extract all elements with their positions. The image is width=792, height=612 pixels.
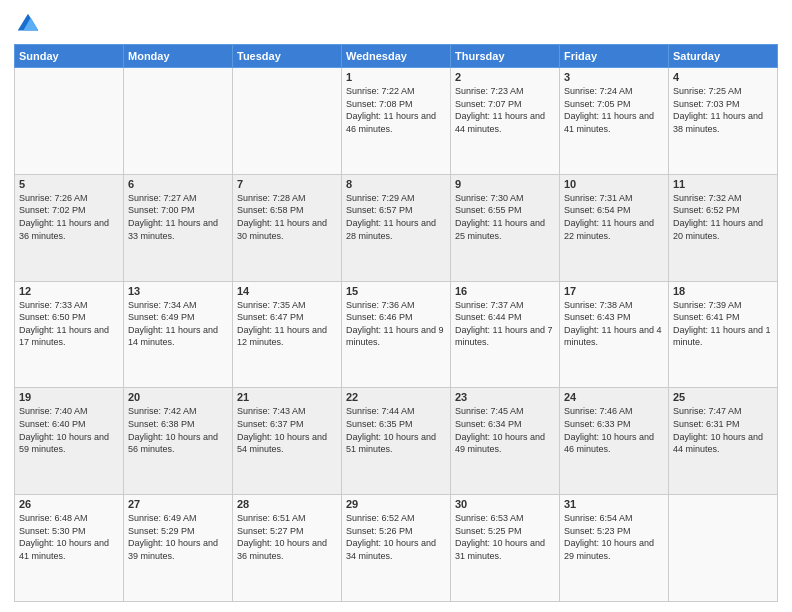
day-content: Sunrise: 7:33 AM Sunset: 6:50 PM Dayligh…	[19, 299, 119, 349]
day-cell: 17Sunrise: 7:38 AM Sunset: 6:43 PM Dayli…	[560, 281, 669, 388]
day-content: Sunrise: 6:49 AM Sunset: 5:29 PM Dayligh…	[128, 512, 228, 562]
day-cell: 4Sunrise: 7:25 AM Sunset: 7:03 PM Daylig…	[669, 68, 778, 175]
day-content: Sunrise: 7:22 AM Sunset: 7:08 PM Dayligh…	[346, 85, 446, 135]
day-number: 27	[128, 498, 228, 510]
day-content: Sunrise: 7:46 AM Sunset: 6:33 PM Dayligh…	[564, 405, 664, 455]
day-cell: 11Sunrise: 7:32 AM Sunset: 6:52 PM Dayli…	[669, 174, 778, 281]
day-content: Sunrise: 7:25 AM Sunset: 7:03 PM Dayligh…	[673, 85, 773, 135]
day-content: Sunrise: 7:34 AM Sunset: 6:49 PM Dayligh…	[128, 299, 228, 349]
day-content: Sunrise: 7:32 AM Sunset: 6:52 PM Dayligh…	[673, 192, 773, 242]
day-number: 16	[455, 285, 555, 297]
day-cell: 24Sunrise: 7:46 AM Sunset: 6:33 PM Dayli…	[560, 388, 669, 495]
day-content: Sunrise: 7:35 AM Sunset: 6:47 PM Dayligh…	[237, 299, 337, 349]
day-content: Sunrise: 7:42 AM Sunset: 6:38 PM Dayligh…	[128, 405, 228, 455]
day-number: 13	[128, 285, 228, 297]
day-content: Sunrise: 7:39 AM Sunset: 6:41 PM Dayligh…	[673, 299, 773, 349]
day-number: 22	[346, 391, 446, 403]
day-number: 7	[237, 178, 337, 190]
day-cell: 14Sunrise: 7:35 AM Sunset: 6:47 PM Dayli…	[233, 281, 342, 388]
day-number: 8	[346, 178, 446, 190]
day-cell: 12Sunrise: 7:33 AM Sunset: 6:50 PM Dayli…	[15, 281, 124, 388]
day-cell: 30Sunrise: 6:53 AM Sunset: 5:25 PM Dayli…	[451, 495, 560, 602]
day-number: 28	[237, 498, 337, 510]
week-row-2: 5Sunrise: 7:26 AM Sunset: 7:02 PM Daylig…	[15, 174, 778, 281]
day-number: 17	[564, 285, 664, 297]
day-cell: 9Sunrise: 7:30 AM Sunset: 6:55 PM Daylig…	[451, 174, 560, 281]
week-row-5: 26Sunrise: 6:48 AM Sunset: 5:30 PM Dayli…	[15, 495, 778, 602]
page: SundayMondayTuesdayWednesdayThursdayFrid…	[0, 0, 792, 612]
day-cell	[669, 495, 778, 602]
day-cell: 8Sunrise: 7:29 AM Sunset: 6:57 PM Daylig…	[342, 174, 451, 281]
col-header-saturday: Saturday	[669, 45, 778, 68]
day-content: Sunrise: 6:54 AM Sunset: 5:23 PM Dayligh…	[564, 512, 664, 562]
day-cell: 3Sunrise: 7:24 AM Sunset: 7:05 PM Daylig…	[560, 68, 669, 175]
day-cell: 28Sunrise: 6:51 AM Sunset: 5:27 PM Dayli…	[233, 495, 342, 602]
day-content: Sunrise: 7:37 AM Sunset: 6:44 PM Dayligh…	[455, 299, 555, 349]
day-content: Sunrise: 7:24 AM Sunset: 7:05 PM Dayligh…	[564, 85, 664, 135]
day-number: 14	[237, 285, 337, 297]
day-cell: 21Sunrise: 7:43 AM Sunset: 6:37 PM Dayli…	[233, 388, 342, 495]
day-cell: 7Sunrise: 7:28 AM Sunset: 6:58 PM Daylig…	[233, 174, 342, 281]
day-cell	[233, 68, 342, 175]
day-cell: 27Sunrise: 6:49 AM Sunset: 5:29 PM Dayli…	[124, 495, 233, 602]
day-cell: 13Sunrise: 7:34 AM Sunset: 6:49 PM Dayli…	[124, 281, 233, 388]
day-content: Sunrise: 7:31 AM Sunset: 6:54 PM Dayligh…	[564, 192, 664, 242]
day-content: Sunrise: 7:23 AM Sunset: 7:07 PM Dayligh…	[455, 85, 555, 135]
day-number: 24	[564, 391, 664, 403]
day-number: 4	[673, 71, 773, 83]
day-number: 15	[346, 285, 446, 297]
day-number: 23	[455, 391, 555, 403]
day-cell	[15, 68, 124, 175]
day-content: Sunrise: 7:43 AM Sunset: 6:37 PM Dayligh…	[237, 405, 337, 455]
day-cell	[124, 68, 233, 175]
day-cell: 10Sunrise: 7:31 AM Sunset: 6:54 PM Dayli…	[560, 174, 669, 281]
day-number: 31	[564, 498, 664, 510]
day-number: 25	[673, 391, 773, 403]
week-row-4: 19Sunrise: 7:40 AM Sunset: 6:40 PM Dayli…	[15, 388, 778, 495]
day-cell: 31Sunrise: 6:54 AM Sunset: 5:23 PM Dayli…	[560, 495, 669, 602]
day-content: Sunrise: 6:48 AM Sunset: 5:30 PM Dayligh…	[19, 512, 119, 562]
week-row-3: 12Sunrise: 7:33 AM Sunset: 6:50 PM Dayli…	[15, 281, 778, 388]
day-content: Sunrise: 7:30 AM Sunset: 6:55 PM Dayligh…	[455, 192, 555, 242]
week-row-1: 1Sunrise: 7:22 AM Sunset: 7:08 PM Daylig…	[15, 68, 778, 175]
day-cell: 26Sunrise: 6:48 AM Sunset: 5:30 PM Dayli…	[15, 495, 124, 602]
day-cell: 23Sunrise: 7:45 AM Sunset: 6:34 PM Dayli…	[451, 388, 560, 495]
day-number: 2	[455, 71, 555, 83]
day-cell: 6Sunrise: 7:27 AM Sunset: 7:00 PM Daylig…	[124, 174, 233, 281]
day-content: Sunrise: 7:36 AM Sunset: 6:46 PM Dayligh…	[346, 299, 446, 349]
day-content: Sunrise: 7:40 AM Sunset: 6:40 PM Dayligh…	[19, 405, 119, 455]
day-cell: 15Sunrise: 7:36 AM Sunset: 6:46 PM Dayli…	[342, 281, 451, 388]
day-cell: 25Sunrise: 7:47 AM Sunset: 6:31 PM Dayli…	[669, 388, 778, 495]
day-content: Sunrise: 7:29 AM Sunset: 6:57 PM Dayligh…	[346, 192, 446, 242]
col-header-thursday: Thursday	[451, 45, 560, 68]
col-header-sunday: Sunday	[15, 45, 124, 68]
day-content: Sunrise: 7:28 AM Sunset: 6:58 PM Dayligh…	[237, 192, 337, 242]
col-header-wednesday: Wednesday	[342, 45, 451, 68]
day-content: Sunrise: 6:51 AM Sunset: 5:27 PM Dayligh…	[237, 512, 337, 562]
day-number: 1	[346, 71, 446, 83]
day-number: 26	[19, 498, 119, 510]
day-number: 18	[673, 285, 773, 297]
col-header-friday: Friday	[560, 45, 669, 68]
day-content: Sunrise: 7:44 AM Sunset: 6:35 PM Dayligh…	[346, 405, 446, 455]
day-cell: 16Sunrise: 7:37 AM Sunset: 6:44 PM Dayli…	[451, 281, 560, 388]
day-cell: 29Sunrise: 6:52 AM Sunset: 5:26 PM Dayli…	[342, 495, 451, 602]
header	[14, 10, 778, 38]
day-cell: 19Sunrise: 7:40 AM Sunset: 6:40 PM Dayli…	[15, 388, 124, 495]
day-cell: 2Sunrise: 7:23 AM Sunset: 7:07 PM Daylig…	[451, 68, 560, 175]
day-content: Sunrise: 7:26 AM Sunset: 7:02 PM Dayligh…	[19, 192, 119, 242]
day-number: 30	[455, 498, 555, 510]
day-cell: 20Sunrise: 7:42 AM Sunset: 6:38 PM Dayli…	[124, 388, 233, 495]
calendar-table: SundayMondayTuesdayWednesdayThursdayFrid…	[14, 44, 778, 602]
day-number: 29	[346, 498, 446, 510]
day-number: 11	[673, 178, 773, 190]
col-header-monday: Monday	[124, 45, 233, 68]
day-number: 19	[19, 391, 119, 403]
logo-icon	[14, 10, 42, 38]
day-number: 9	[455, 178, 555, 190]
day-number: 20	[128, 391, 228, 403]
day-number: 3	[564, 71, 664, 83]
day-content: Sunrise: 6:53 AM Sunset: 5:25 PM Dayligh…	[455, 512, 555, 562]
day-number: 21	[237, 391, 337, 403]
day-cell: 22Sunrise: 7:44 AM Sunset: 6:35 PM Dayli…	[342, 388, 451, 495]
